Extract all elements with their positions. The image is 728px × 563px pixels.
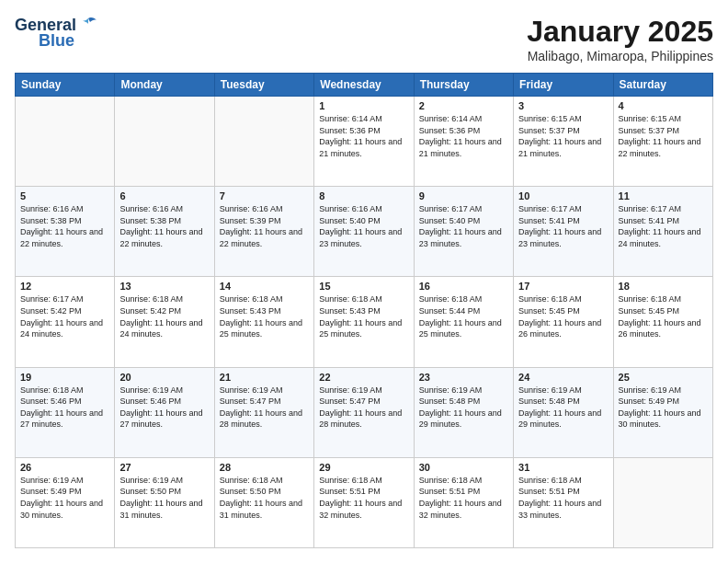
day-number: 7 (220, 190, 309, 201)
day-info: Sunrise: 6:18 AMSunset: 5:51 PMDaylight:… (419, 475, 508, 521)
day-number: 1 (319, 100, 408, 111)
day-number: 9 (419, 190, 508, 201)
day-number: 17 (518, 281, 608, 292)
col-thursday: Thursday (414, 74, 513, 97)
day-info: Sunrise: 6:19 AMSunset: 5:47 PMDaylight:… (220, 385, 309, 431)
col-friday: Friday (514, 74, 613, 97)
calendar-cell: 15Sunrise: 6:18 AMSunset: 5:43 PMDayligh… (314, 277, 414, 367)
day-info: Sunrise: 6:14 AMSunset: 5:36 PMDaylight:… (319, 113, 408, 159)
day-number: 12 (20, 281, 109, 292)
day-number: 20 (119, 372, 209, 383)
logo-text-blue: Blue (39, 31, 74, 51)
day-number: 19 (20, 372, 109, 383)
day-info: Sunrise: 6:16 AMSunset: 5:38 PMDaylight:… (20, 203, 109, 249)
calendar-cell: 7Sunrise: 6:16 AMSunset: 5:39 PMDaylight… (214, 187, 313, 277)
day-info: Sunrise: 6:19 AMSunset: 5:49 PMDaylight:… (20, 475, 109, 521)
logo-bird-icon (78, 15, 98, 35)
day-info: Sunrise: 6:16 AMSunset: 5:38 PMDaylight:… (119, 203, 209, 249)
calendar-cell: 13Sunrise: 6:18 AMSunset: 5:42 PMDayligh… (115, 277, 214, 367)
calendar-table: Sunday Monday Tuesday Wednesday Thursday… (15, 73, 713, 548)
calendar-cell: 1Sunrise: 6:14 AMSunset: 5:36 PMDaylight… (314, 97, 414, 187)
day-info: Sunrise: 6:18 AMSunset: 5:51 PMDaylight:… (518, 475, 608, 521)
calendar-cell: 3Sunrise: 6:15 AMSunset: 5:37 PMDaylight… (514, 97, 613, 187)
day-info: Sunrise: 6:16 AMSunset: 5:39 PMDaylight:… (220, 203, 309, 249)
calendar-cell: 11Sunrise: 6:17 AMSunset: 5:41 PMDayligh… (613, 187, 712, 277)
location-title: Malibago, Mimaropa, Philippines (527, 49, 713, 63)
day-info: Sunrise: 6:15 AMSunset: 5:37 PMDaylight:… (619, 113, 708, 159)
month-title: January 2025 (527, 15, 713, 49)
day-info: Sunrise: 6:18 AMSunset: 5:45 PMDaylight:… (518, 293, 608, 339)
day-number: 15 (319, 281, 408, 292)
day-info: Sunrise: 6:18 AMSunset: 5:51 PMDaylight:… (319, 475, 408, 521)
day-info: Sunrise: 6:18 AMSunset: 5:44 PMDaylight:… (419, 293, 508, 339)
day-info: Sunrise: 6:18 AMSunset: 5:50 PMDaylight:… (220, 475, 309, 521)
calendar-cell: 10Sunrise: 6:17 AMSunset: 5:41 PMDayligh… (514, 187, 613, 277)
calendar-cell: 25Sunrise: 6:19 AMSunset: 5:49 PMDayligh… (613, 367, 712, 457)
calendar-week-row: 5Sunrise: 6:16 AMSunset: 5:38 PMDaylight… (16, 187, 713, 277)
calendar-cell: 20Sunrise: 6:19 AMSunset: 5:46 PMDayligh… (115, 367, 214, 457)
calendar-cell: 28Sunrise: 6:18 AMSunset: 5:50 PMDayligh… (214, 457, 313, 547)
day-number: 8 (319, 190, 408, 201)
day-number: 31 (518, 462, 608, 473)
day-number: 29 (319, 462, 408, 473)
day-number: 26 (20, 462, 109, 473)
col-tuesday: Tuesday (214, 74, 313, 97)
calendar-cell: 18Sunrise: 6:18 AMSunset: 5:45 PMDayligh… (613, 277, 712, 367)
day-number: 27 (119, 462, 209, 473)
day-info: Sunrise: 6:18 AMSunset: 5:42 PMDaylight:… (119, 293, 209, 339)
col-monday: Monday (115, 74, 214, 97)
calendar-cell: 29Sunrise: 6:18 AMSunset: 5:51 PMDayligh… (314, 457, 414, 547)
day-info: Sunrise: 6:19 AMSunset: 5:48 PMDaylight:… (518, 385, 608, 431)
calendar-week-row: 12Sunrise: 6:17 AMSunset: 5:42 PMDayligh… (16, 277, 713, 367)
day-number: 4 (619, 100, 708, 111)
day-info: Sunrise: 6:16 AMSunset: 5:40 PMDaylight:… (319, 203, 408, 249)
title-block: January 2025 Malibago, Mimaropa, Philipp… (527, 15, 713, 63)
day-info: Sunrise: 6:18 AMSunset: 5:43 PMDaylight:… (319, 293, 408, 339)
calendar-cell: 14Sunrise: 6:18 AMSunset: 5:43 PMDayligh… (214, 277, 313, 367)
calendar-cell: 6Sunrise: 6:16 AMSunset: 5:38 PMDaylight… (115, 187, 214, 277)
calendar-week-row: 26Sunrise: 6:19 AMSunset: 5:49 PMDayligh… (16, 457, 713, 547)
day-info: Sunrise: 6:14 AMSunset: 5:36 PMDaylight:… (419, 113, 508, 159)
day-number: 22 (319, 372, 408, 383)
day-number: 2 (419, 100, 508, 111)
calendar-cell: 17Sunrise: 6:18 AMSunset: 5:45 PMDayligh… (514, 277, 613, 367)
calendar-cell: 9Sunrise: 6:17 AMSunset: 5:40 PMDaylight… (414, 187, 513, 277)
day-info: Sunrise: 6:19 AMSunset: 5:48 PMDaylight:… (419, 385, 508, 431)
calendar-cell: 19Sunrise: 6:18 AMSunset: 5:46 PMDayligh… (16, 367, 115, 457)
calendar-cell: 8Sunrise: 6:16 AMSunset: 5:40 PMDaylight… (314, 187, 414, 277)
calendar-cell: 21Sunrise: 6:19 AMSunset: 5:47 PMDayligh… (214, 367, 313, 457)
calendar-cell: 30Sunrise: 6:18 AMSunset: 5:51 PMDayligh… (414, 457, 513, 547)
calendar-cell: 16Sunrise: 6:18 AMSunset: 5:44 PMDayligh… (414, 277, 513, 367)
day-number: 24 (518, 372, 608, 383)
calendar-week-row: 1Sunrise: 6:14 AMSunset: 5:36 PMDaylight… (16, 97, 713, 187)
day-info: Sunrise: 6:17 AMSunset: 5:42 PMDaylight:… (20, 293, 109, 339)
day-number: 30 (419, 462, 508, 473)
calendar-cell: 12Sunrise: 6:17 AMSunset: 5:42 PMDayligh… (16, 277, 115, 367)
day-info: Sunrise: 6:19 AMSunset: 5:49 PMDaylight:… (619, 385, 708, 431)
page: General Blue January 2025 Malibago, Mima… (0, 0, 728, 563)
calendar-cell: 24Sunrise: 6:19 AMSunset: 5:48 PMDayligh… (514, 367, 613, 457)
day-info: Sunrise: 6:19 AMSunset: 5:47 PMDaylight:… (319, 385, 408, 431)
col-saturday: Saturday (613, 74, 712, 97)
calendar-cell: 23Sunrise: 6:19 AMSunset: 5:48 PMDayligh… (414, 367, 513, 457)
col-wednesday: Wednesday (314, 74, 414, 97)
day-info: Sunrise: 6:19 AMSunset: 5:46 PMDaylight:… (119, 385, 209, 431)
day-number: 18 (619, 281, 708, 292)
calendar-cell (115, 97, 214, 187)
day-info: Sunrise: 6:18 AMSunset: 5:43 PMDaylight:… (220, 293, 309, 339)
day-info: Sunrise: 6:17 AMSunset: 5:40 PMDaylight:… (419, 203, 508, 249)
day-info: Sunrise: 6:18 AMSunset: 5:46 PMDaylight:… (20, 385, 109, 431)
calendar-cell: 26Sunrise: 6:19 AMSunset: 5:49 PMDayligh… (16, 457, 115, 547)
header: General Blue January 2025 Malibago, Mima… (15, 15, 713, 63)
day-number: 5 (20, 190, 109, 201)
calendar-cell: 5Sunrise: 6:16 AMSunset: 5:38 PMDaylight… (16, 187, 115, 277)
day-number: 6 (119, 190, 209, 201)
day-number: 11 (619, 190, 708, 201)
day-number: 10 (518, 190, 608, 201)
calendar-cell: 27Sunrise: 6:19 AMSunset: 5:50 PMDayligh… (115, 457, 214, 547)
day-info: Sunrise: 6:18 AMSunset: 5:45 PMDaylight:… (619, 293, 708, 339)
day-number: 13 (119, 281, 209, 292)
logo: General Blue (15, 15, 98, 51)
calendar-week-row: 19Sunrise: 6:18 AMSunset: 5:46 PMDayligh… (16, 367, 713, 457)
day-number: 23 (419, 372, 508, 383)
